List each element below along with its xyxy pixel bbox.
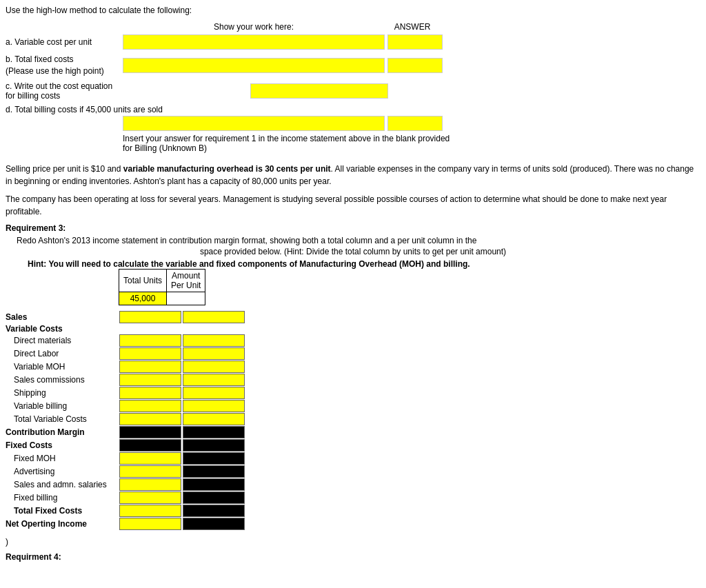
variable-moh-perunit[interactable] xyxy=(183,361,245,373)
fixed-costs-label: Fixed Costs xyxy=(6,440,119,450)
fixed-billing-row: Fixed billing xyxy=(6,491,700,504)
variable-costs-header: Variable Costs xyxy=(6,324,700,334)
req3-line1: Redo Ashton's 2013 income statement in c… xyxy=(17,236,700,245)
fixed-moh-perunit[interactable] xyxy=(183,452,245,465)
sales-commissions-row: Sales commissions xyxy=(6,374,700,386)
part-b-label: b. Total fixed costs (Please use the hig… xyxy=(6,54,123,77)
part-a-row: a. Variable cost per unit xyxy=(6,34,700,50)
sales-admn-label: Sales and admn. salaries xyxy=(6,480,119,489)
per-unit-cell xyxy=(167,292,205,305)
contribution-total[interactable] xyxy=(119,426,181,438)
total-fixed-costs-total[interactable] xyxy=(119,505,181,517)
sales-admn-total[interactable] xyxy=(119,478,181,491)
sales-row: Sales xyxy=(6,311,700,323)
direct-labor-label: Direct Labor xyxy=(6,349,119,358)
part-d-section: d. Total billing costs if 45,000 units a… xyxy=(6,105,700,131)
req3-title: Requirement 3: xyxy=(6,223,700,233)
variable-moh-label: Variable MOH xyxy=(6,362,119,372)
part-d-answer-input[interactable] xyxy=(387,116,443,131)
total-variable-costs-label: Total Variable Costs xyxy=(6,414,119,424)
direct-materials-perunit[interactable] xyxy=(183,334,245,347)
fixed-billing-perunit[interactable] xyxy=(183,491,245,504)
main-instructions: Use the high-low method to calculate the… xyxy=(6,6,192,15)
variable-moh-row: Variable MOH xyxy=(6,361,700,373)
part-b-work-input[interactable] xyxy=(123,58,385,73)
sales-commissions-perunit[interactable] xyxy=(183,374,245,386)
sales-commissions-label: Sales commissions xyxy=(6,375,119,385)
units-value[interactable]: 45,000 xyxy=(119,292,167,305)
variable-billing-row: Variable billing xyxy=(6,400,700,412)
part-c-answer-input[interactable] xyxy=(250,83,388,99)
paragraph2: The company has been operating at loss f… xyxy=(6,193,700,218)
req3-line2: space provided below. (Hint: Divide the … xyxy=(6,247,700,256)
units-table: Total Units Amount Per Unit 45,000 xyxy=(119,269,205,305)
advertising-total[interactable] xyxy=(119,465,181,478)
fixed-moh-label: Fixed MOH xyxy=(6,454,119,463)
advertising-row: Advertising xyxy=(6,465,700,478)
part-b-row: b. Total fixed costs (Please use the hig… xyxy=(6,54,700,77)
shipping-total[interactable] xyxy=(119,387,181,399)
total-variable-costs-total[interactable] xyxy=(119,413,181,425)
contribution-margin-label: Contribution Margin xyxy=(6,427,119,437)
req3-section: Requirement 3: Redo Ashton's 2013 income… xyxy=(6,223,700,269)
show-work-label: Show your work here: xyxy=(123,22,385,32)
total-variable-costs-perunit[interactable] xyxy=(183,413,245,425)
sales-admn-row: Sales and admn. salaries xyxy=(6,478,700,491)
part-d-label: d. Total billing costs if 45,000 units a… xyxy=(6,105,700,114)
total-fixed-costs-perunit[interactable] xyxy=(183,505,245,517)
net-income-total[interactable] xyxy=(119,518,181,530)
closing-paren: ) xyxy=(6,537,700,547)
advertising-label: Advertising xyxy=(6,467,119,476)
col2-header: Amount Per Unit xyxy=(167,269,205,292)
income-statement: Sales Variable Costs Direct materials Di… xyxy=(6,311,700,530)
shipping-label: Shipping xyxy=(6,388,119,398)
direct-materials-total[interactable] xyxy=(119,334,181,347)
net-income-perunit[interactable] xyxy=(183,518,245,530)
contribution-margin-row: Contribution Margin xyxy=(6,426,700,438)
shipping-perunit[interactable] xyxy=(183,387,245,399)
col1-header: Total Units xyxy=(119,269,167,292)
fixed-costs-total-header[interactable] xyxy=(119,439,181,452)
part-c-row: c. Write out the cost equation for billi… xyxy=(6,81,700,101)
part-a-label: a. Variable cost per unit xyxy=(6,37,123,47)
insert-note: Insert your answer for requirement 1 in … xyxy=(123,134,700,153)
req3-hint: Hint: You will need to calculate the var… xyxy=(28,259,700,269)
variable-costs-label: Variable Costs xyxy=(6,324,119,334)
net-income-label: Net Operting Income xyxy=(6,519,119,529)
fixed-moh-row: Fixed MOH xyxy=(6,452,700,465)
fixed-billing-label: Fixed billing xyxy=(6,493,119,503)
direct-materials-row: Direct materials xyxy=(6,334,700,347)
fixed-billing-total[interactable] xyxy=(119,491,181,504)
total-fixed-costs-label: Total Fixed Costs xyxy=(6,506,119,516)
total-fixed-costs-row: Total Fixed Costs xyxy=(6,505,700,517)
answer-header-label: ANSWER xyxy=(385,22,440,32)
sales-total-input[interactable] xyxy=(119,311,181,323)
direct-labor-perunit[interactable] xyxy=(183,347,245,360)
part-d-work-input[interactable] xyxy=(123,116,385,131)
variable-billing-perunit[interactable] xyxy=(183,400,245,412)
part-a-work-input[interactable] xyxy=(123,34,385,50)
direct-materials-label: Direct materials xyxy=(6,336,119,345)
contribution-perunit[interactable] xyxy=(183,426,245,438)
shipping-row: Shipping xyxy=(6,387,700,399)
advertising-perunit[interactable] xyxy=(183,465,245,478)
direct-labor-total[interactable] xyxy=(119,347,181,360)
sales-commissions-total[interactable] xyxy=(119,374,181,386)
variable-billing-label: Variable billing xyxy=(6,401,119,411)
req4-label: Requirment 4: xyxy=(6,552,700,562)
fixed-moh-total[interactable] xyxy=(119,452,181,465)
net-income-row: Net Operting Income xyxy=(6,518,700,530)
part-b-answer-input[interactable] xyxy=(387,58,443,73)
total-variable-costs-row: Total Variable Costs xyxy=(6,413,700,425)
fixed-costs-perunit-header[interactable] xyxy=(183,439,245,452)
sales-perunit-input[interactable] xyxy=(183,311,245,323)
instructions-text: Use the high-low method to calculate the… xyxy=(6,6,700,15)
variable-billing-total[interactable] xyxy=(119,400,181,412)
sales-admn-perunit[interactable] xyxy=(183,478,245,491)
part-a-answer-input[interactable] xyxy=(387,34,443,50)
sales-label: Sales xyxy=(6,312,119,322)
paragraph1: Selling price per unit is $10 and variab… xyxy=(6,163,700,187)
part-c-label: c. Write out the cost equation for billi… xyxy=(6,81,123,101)
direct-labor-row: Direct Labor xyxy=(6,347,700,360)
variable-moh-total[interactable] xyxy=(119,361,181,373)
